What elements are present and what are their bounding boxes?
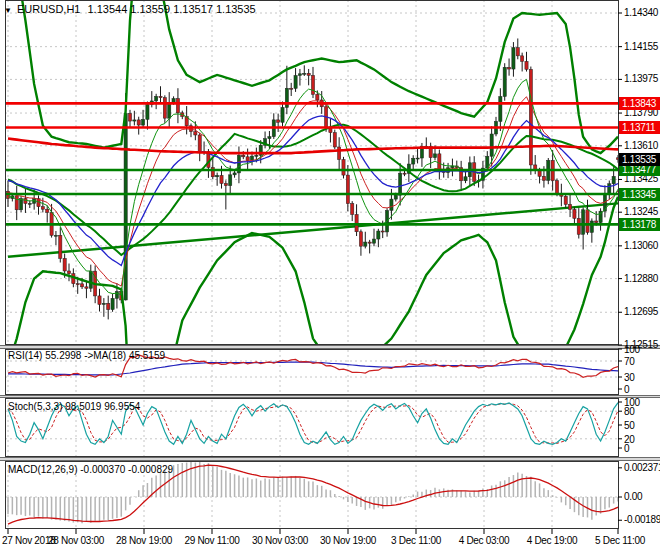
current-price-tag: 1.13535 [619,153,660,166]
mt4-chart-window: ▼EURUSD,H11.13544 1.13559 1.13517 1.1353… [0,0,660,550]
macd-tick-label: 0.002371 [624,462,660,473]
rsi-tick-label: 0 [624,384,629,395]
time-tick-label: 30 Nov 03:00 [252,535,308,546]
rsi-tick-label: 70 [624,356,635,367]
time-tick-label: 29 Nov 11:00 [184,535,239,546]
time-tick-label: 28 Nov 03:00 [48,535,104,546]
time-tick-label: 30 Nov 19:00 [320,535,376,546]
time-tick-label: 5 Dec 11:00 [595,535,645,546]
ema-lines [8,79,618,294]
price-tick-label: 1.12880 [624,273,658,284]
macd-label: MACD(12,26,9) -0.000370 -0.000829 [8,464,173,475]
price-tick-label: 1.14340 [624,7,658,18]
price-tick-label: 1.14155 [624,41,658,52]
macd-tick-label: 0.00 [624,491,642,502]
candles-layer [6,38,619,319]
time-tick-label: 4 Dec 19:00 [527,535,578,546]
price-tick-label: 1.13245 [624,206,658,217]
time-tick-label: 28 Nov 19:00 [116,535,172,546]
ohlc-quote-label: 1.13544 1.13559 1.13517 1.13535 [88,3,256,15]
symbol-period-label: EURUSD,H1 [17,3,81,15]
chart-title: ▼EURUSD,H11.13544 1.13559 1.13517 1.1353… [4,3,256,15]
stoch-label: Stoch(5,3,3) 98.5019 96.9554 [8,401,140,412]
stoch-tick-label: 50 [624,420,635,431]
price-tick-label: 1.13060 [624,240,658,251]
level-price-tag: 1.13711 [619,121,660,134]
price-tick-label: 1.13610 [624,140,658,151]
level-price-tag: 1.13843 [619,97,660,110]
time-tick-label: 4 Dec 03:00 [459,535,510,546]
macd-tick-label: -0.00189 [624,514,660,525]
time-tick-label: 3 Dec 11:00 [391,535,441,546]
rsi-label: RSI(14) 55.2998 ->MA(18) 45.5159 [8,350,165,361]
price-tick-label: 1.12695 [624,306,658,317]
rsi-tick-label: 30 [624,372,635,383]
chart-dropdown-icon[interactable]: ▼ [4,6,12,15]
stoch-tick-label: 0 [624,443,629,454]
stoch-tick-label: 80 [624,406,635,417]
rsi-tick-label: 100 [624,344,640,355]
level-price-tag: 1.13178 [619,218,660,231]
level-price-tag: 1.13345 [619,188,660,201]
price-tick-label: 1.13975 [624,73,658,84]
